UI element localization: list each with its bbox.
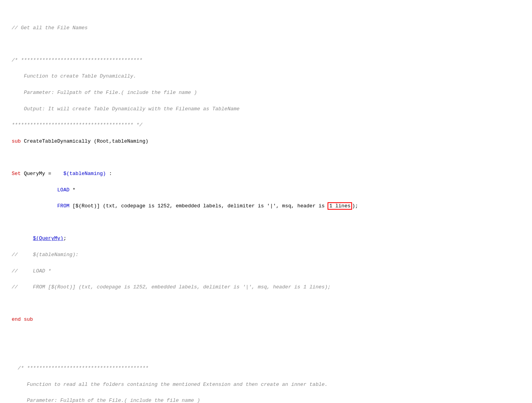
code-line: LOAD * xyxy=(12,186,520,194)
code-line: ****************************************… xyxy=(12,121,520,129)
code-line: // Get all the File Names xyxy=(12,24,520,32)
code-line xyxy=(12,219,520,227)
code-line: sub CreateTableDynamically (Root,tableNa… xyxy=(12,138,520,146)
code-line: Output: It will create Table Dynamically… xyxy=(12,105,520,113)
code-line: FROM [$(Root)] (txt, codepage is 1252, e… xyxy=(12,202,520,210)
code-editor: // Get all the File Names /* ***********… xyxy=(12,8,520,403)
code-line: // FROM [$(Root)] (txt, codepage is 1252… xyxy=(12,283,520,292)
code-line: Function to read all the folders contain… xyxy=(12,381,520,389)
code-line: Set QueryMy = $(tableNaming) : xyxy=(12,170,520,178)
code-line xyxy=(12,40,520,48)
code-line: // LOAD * xyxy=(12,267,520,276)
code-line: $(QueryMy); xyxy=(12,235,520,243)
code-line xyxy=(12,332,520,340)
code-line: /* *************************************… xyxy=(12,364,520,373)
code-line: Parameter: Fullpath of the File.( includ… xyxy=(12,89,520,97)
code-line: Parameter: Fullpath of the File.( includ… xyxy=(12,397,520,403)
code-line xyxy=(12,154,520,162)
code-line: Function to create Table Dynamically. xyxy=(12,72,520,81)
code-line xyxy=(12,300,520,308)
code-line xyxy=(12,348,520,356)
code-line: // $(tableNaming): xyxy=(12,251,520,259)
code-line: end sub xyxy=(12,316,520,324)
code-line: /* *************************************… xyxy=(12,57,520,65)
